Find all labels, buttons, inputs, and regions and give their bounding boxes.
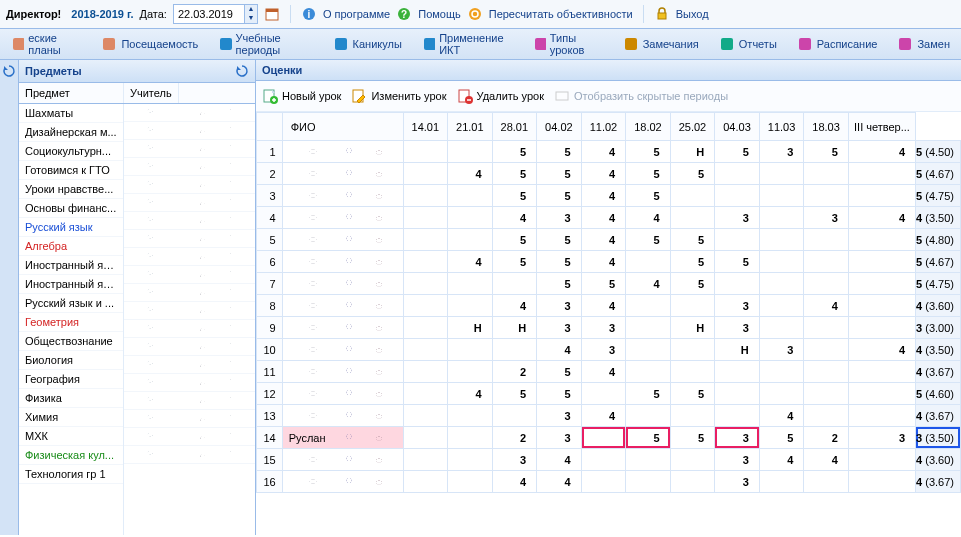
grade-cell[interactable]: 5 (670, 427, 715, 449)
subject-item[interactable]: Шахматы (19, 104, 123, 123)
grade-cell[interactable] (759, 185, 804, 207)
subject-item[interactable]: Обществознание (19, 332, 123, 351)
subject-item[interactable]: Химия (19, 408, 123, 427)
grade-cell[interactable]: 5 (670, 383, 715, 405)
toolbar-btn-6[interactable]: Замечания (614, 32, 708, 56)
grade-cell[interactable] (715, 163, 760, 185)
grade-cell[interactable]: 3 (715, 471, 760, 493)
grade-cell[interactable]: 5 (626, 229, 671, 251)
grade-cell[interactable]: 5 (626, 185, 671, 207)
grade-cell[interactable] (670, 295, 715, 317)
grade-cell[interactable] (715, 185, 760, 207)
grade-cell[interactable] (759, 207, 804, 229)
student-name[interactable] (282, 163, 403, 185)
grade-cell[interactable] (759, 383, 804, 405)
grade-cell[interactable] (448, 229, 493, 251)
student-name[interactable] (282, 295, 403, 317)
date-header[interactable]: 04.02 (537, 113, 582, 141)
student-name[interactable] (282, 471, 403, 493)
subject-item[interactable]: Социокультурн... (19, 142, 123, 161)
grade-cell[interactable]: 4 (581, 295, 626, 317)
grade-cell[interactable]: 4 (448, 251, 493, 273)
grade-cell[interactable]: 5 (626, 383, 671, 405)
grade-cell[interactable]: 5 (715, 251, 760, 273)
grade-cell[interactable]: 4 (581, 185, 626, 207)
grade-cell[interactable] (403, 163, 448, 185)
grade-cell[interactable] (403, 141, 448, 163)
grade-cell[interactable] (759, 163, 804, 185)
toolbar-btn-5[interactable]: Типы уроков (524, 28, 612, 60)
grade-cell[interactable]: 5 (492, 185, 537, 207)
date-header[interactable]: 25.02 (670, 113, 715, 141)
student-name[interactable] (282, 339, 403, 361)
grade-cell[interactable]: 3 (581, 317, 626, 339)
grade-cell[interactable]: 5 (492, 141, 537, 163)
grade-cell[interactable]: 5 (537, 229, 582, 251)
grade-cell[interactable] (403, 405, 448, 427)
grade-cell[interactable] (581, 427, 626, 449)
grade-cell[interactable]: 3 (848, 427, 915, 449)
grade-cell[interactable] (670, 339, 715, 361)
grade-cell[interactable] (804, 471, 849, 493)
grade-cell[interactable] (848, 185, 915, 207)
grade-cell[interactable]: 5 (670, 163, 715, 185)
grade-cell[interactable]: 3 (537, 427, 582, 449)
grade-cell[interactable] (848, 317, 915, 339)
grade-cell[interactable]: 3 (804, 207, 849, 229)
grade-cell[interactable] (804, 185, 849, 207)
grade-cell[interactable]: 5 (670, 273, 715, 295)
grade-cell[interactable] (403, 361, 448, 383)
subject-item[interactable]: Уроки нравстве... (19, 180, 123, 199)
subject-item[interactable]: Готовимся к ГТО (19, 161, 123, 180)
grade-cell[interactable] (670, 185, 715, 207)
grade-cell[interactable] (804, 273, 849, 295)
grade-cell[interactable] (448, 471, 493, 493)
grade-cell[interactable] (715, 229, 760, 251)
grade-cell[interactable]: 5 (492, 251, 537, 273)
grade-cell[interactable] (848, 471, 915, 493)
date-header[interactable]: 04.03 (715, 113, 760, 141)
grade-cell[interactable] (848, 449, 915, 471)
grade-cell[interactable] (848, 163, 915, 185)
grade-cell[interactable]: 4 (848, 141, 915, 163)
grade-cell[interactable] (492, 339, 537, 361)
grade-cell[interactable] (848, 383, 915, 405)
grade-cell[interactable] (492, 405, 537, 427)
grade-cell[interactable]: 4 (581, 251, 626, 273)
date-stepper[interactable]: ▲▼ (244, 5, 257, 23)
grade-cell[interactable]: 5 (492, 229, 537, 251)
help-icon[interactable]: ? (396, 6, 412, 22)
student-name[interactable] (282, 361, 403, 383)
grade-cell[interactable] (403, 427, 448, 449)
grade-cell[interactable]: 5 (626, 163, 671, 185)
grade-cell[interactable] (626, 471, 671, 493)
grade-cell[interactable] (626, 339, 671, 361)
grade-cell[interactable]: 5 (715, 141, 760, 163)
grade-cell[interactable] (448, 427, 493, 449)
grade-cell[interactable]: 5 (626, 427, 671, 449)
grade-cell[interactable] (448, 339, 493, 361)
grade-cell[interactable] (448, 141, 493, 163)
toolbar-btn-2[interactable]: Учебные периоды (209, 28, 321, 60)
student-name[interactable] (282, 185, 403, 207)
grade-cell[interactable] (403, 317, 448, 339)
grade-cell[interactable] (448, 207, 493, 229)
grade-cell[interactable]: 4 (581, 207, 626, 229)
grade-cell[interactable] (804, 361, 849, 383)
grade-cell[interactable]: 3 (759, 339, 804, 361)
grade-cell[interactable]: Н (670, 317, 715, 339)
grade-cell[interactable] (448, 405, 493, 427)
grade-cell[interactable] (670, 449, 715, 471)
grade-cell[interactable] (804, 405, 849, 427)
grade-cell[interactable]: 4 (581, 405, 626, 427)
date-header[interactable]: 14.01 (403, 113, 448, 141)
grade-cell[interactable] (581, 449, 626, 471)
grade-cell[interactable]: 4 (492, 207, 537, 229)
grade-cell[interactable]: 5 (537, 163, 582, 185)
grade-cell[interactable] (804, 163, 849, 185)
grade-cell[interactable]: 3 (715, 295, 760, 317)
subject-item[interactable]: География (19, 370, 123, 389)
grade-cell[interactable] (448, 449, 493, 471)
date-header[interactable]: 18.03 (804, 113, 849, 141)
grade-cell[interactable] (670, 361, 715, 383)
